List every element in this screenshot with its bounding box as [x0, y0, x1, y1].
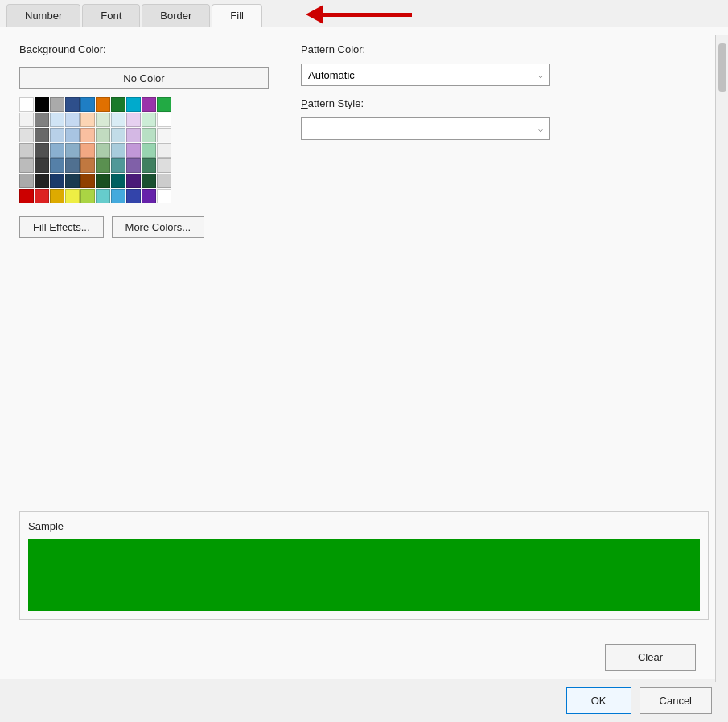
color-cell[interactable] [80, 113, 95, 127]
color-cell[interactable] [126, 143, 141, 158]
color-cell[interactable] [96, 128, 110, 142]
color-cell[interactable] [50, 128, 64, 142]
pattern-color-dropdown[interactable]: Automatic ⌵ [301, 64, 550, 86]
color-cell[interactable] [19, 113, 34, 127]
color-cell[interactable] [111, 158, 125, 173]
color-cell[interactable] [80, 97, 95, 112]
tab-font[interactable]: Font [82, 4, 140, 27]
pattern-style-label: Pattern Style: [301, 97, 558, 109]
color-cell[interactable] [111, 143, 125, 158]
color-cell[interactable] [126, 174, 141, 188]
color-cell[interactable] [50, 97, 64, 112]
annotation-arrow [306, 5, 412, 24]
color-cell[interactable] [142, 113, 156, 127]
color-cell[interactable] [126, 97, 141, 112]
tab-fill[interactable]: Fill [212, 4, 262, 27]
color-cell[interactable] [50, 158, 64, 173]
tab-border[interactable]: Border [142, 4, 210, 27]
color-cell[interactable] [65, 97, 80, 112]
color-cell[interactable] [65, 158, 80, 173]
cancel-button[interactable]: Cancel [640, 687, 712, 714]
clear-row: Clear [0, 636, 728, 679]
scrollbar-thumb[interactable] [718, 43, 726, 92]
ok-button[interactable]: OK [566, 687, 631, 714]
color-cell[interactable] [80, 143, 95, 158]
color-cell[interactable] [157, 158, 171, 173]
fill-effects-button[interactable]: Fill Effects... [19, 216, 104, 238]
pattern-color-label: Pattern Color: [301, 43, 558, 55]
color-cell[interactable] [111, 97, 125, 112]
color-cell[interactable] [126, 113, 141, 127]
color-cell[interactable] [96, 113, 110, 127]
color-cell[interactable] [111, 189, 125, 203]
color-cell[interactable] [50, 113, 64, 127]
dialog: Number Font Border Fill Background Color… [0, 0, 728, 722]
color-cell[interactable] [65, 143, 80, 158]
action-buttons: Fill Effects... More Colors... [19, 216, 269, 238]
color-row [19, 143, 269, 158]
color-cell[interactable] [111, 128, 125, 142]
color-cell[interactable] [96, 174, 110, 188]
color-cell[interactable] [35, 97, 49, 112]
color-cell[interactable] [80, 189, 95, 203]
clear-button[interactable]: Clear [605, 644, 696, 671]
color-cell[interactable] [35, 143, 49, 158]
color-cell[interactable] [96, 189, 110, 203]
color-cell[interactable] [111, 174, 125, 188]
color-cell[interactable] [80, 174, 95, 188]
color-cell[interactable] [19, 189, 34, 203]
scrollbar[interactable] [715, 35, 728, 682]
color-cell[interactable] [126, 128, 141, 142]
color-cell[interactable] [157, 174, 171, 188]
color-cell[interactable] [50, 189, 64, 203]
sample-label: Sample [28, 520, 700, 532]
color-cell[interactable] [19, 158, 34, 173]
bottom-bar: OK Cancel [0, 679, 728, 722]
color-cell[interactable] [142, 158, 156, 173]
color-cell[interactable] [35, 158, 49, 173]
color-cell[interactable] [50, 143, 64, 158]
color-cell[interactable] [142, 174, 156, 188]
color-cell[interactable] [19, 97, 34, 112]
color-cell[interactable] [126, 189, 141, 203]
color-row [19, 189, 269, 203]
color-cell[interactable] [142, 128, 156, 142]
tab-number[interactable]: Number [6, 4, 80, 27]
color-cell[interactable] [142, 189, 156, 203]
color-cell[interactable] [35, 174, 49, 188]
chevron-down-icon: ⌵ [538, 71, 543, 80]
color-cell[interactable] [65, 128, 80, 142]
color-cell[interactable] [19, 128, 34, 142]
color-row [19, 158, 269, 173]
color-cell[interactable] [157, 113, 171, 127]
color-cell[interactable] [96, 143, 110, 158]
color-cell[interactable] [35, 113, 49, 127]
color-cell[interactable] [35, 189, 49, 203]
color-cell[interactable] [19, 143, 34, 158]
color-cell[interactable] [80, 158, 95, 173]
color-cell[interactable] [19, 174, 34, 188]
color-cell[interactable] [80, 128, 95, 142]
color-cell[interactable] [157, 189, 171, 203]
color-row [19, 97, 269, 112]
no-color-button[interactable]: No Color [19, 67, 269, 89]
color-cell[interactable] [96, 97, 110, 112]
more-colors-button[interactable]: More Colors... [112, 216, 205, 238]
pattern-style-dropdown[interactable]: ⌵ [301, 117, 550, 140]
color-cell[interactable] [65, 189, 80, 203]
color-cell[interactable] [157, 143, 171, 158]
color-cell[interactable] [157, 97, 171, 112]
color-cell[interactable] [126, 158, 141, 173]
color-cell[interactable] [65, 113, 80, 127]
pattern-color-group: Pattern Color: Automatic ⌵ [301, 43, 558, 86]
color-cell[interactable] [65, 174, 80, 188]
color-cell[interactable] [157, 128, 171, 142]
color-cell[interactable] [50, 174, 64, 188]
top-section: Background Color: No Color Fill Effects.… [19, 43, 709, 238]
color-cell[interactable] [111, 113, 125, 127]
color-cell[interactable] [142, 97, 156, 112]
content-area: Background Color: No Color Fill Effects.… [0, 27, 728, 636]
color-cell[interactable] [96, 158, 110, 173]
color-cell[interactable] [142, 143, 156, 158]
color-cell[interactable] [35, 128, 49, 142]
